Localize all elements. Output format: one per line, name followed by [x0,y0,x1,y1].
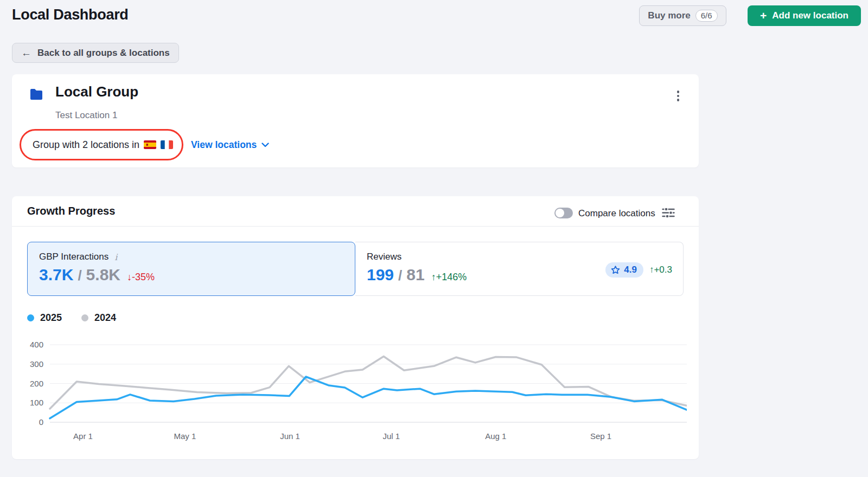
add-new-location-label: Add new location [772,10,848,21]
legend-dot-2025 [27,314,34,321]
svg-text:200: 200 [30,379,43,388]
reviews-tab-label: Reviews [367,252,401,262]
gbp-tab-label: GBP Interactions [39,252,108,262]
legend-item-2024[interactable]: 2024 [81,312,116,324]
reviews-previous-value: 81 [406,266,424,284]
legend-label-2025: 2025 [40,312,62,324]
value-separator: / [398,267,402,284]
view-locations-link[interactable]: View locations [191,136,269,154]
metric-tabs: GBP Interactions i 3.7K / 5.8K ↓-35% Rev… [27,242,684,296]
growth-progress-card: Growth Progress Compare locations GBP In… [12,196,699,459]
reviews-delta-badge: ↑+146% [431,272,467,283]
svg-text:Jul 1: Jul 1 [382,431,400,441]
add-new-location-button[interactable]: + Add new location [748,5,861,26]
locations-annotation-text: Group with 2 locations in [33,139,139,151]
spain-flag-icon [144,140,156,149]
chart-legend: 2025 2024 [27,312,116,324]
growth-line-chart[interactable]: 0100200300400Apr 1May 1Jun 1Jul 1Aug 1Se… [24,333,687,446]
svg-text:0: 0 [39,417,43,427]
plus-icon: + [760,10,767,21]
svg-text:Aug 1: Aug 1 [485,431,506,441]
group-card: Local Group Test Location 1 Group with 2… [12,74,699,167]
tab-reviews[interactable]: Reviews 199 / 81 ↑+146% 4.9 ↑+0.3 [355,242,684,296]
buy-more-quota-badge: 6/6 [695,10,718,22]
france-flag-icon [161,140,173,149]
svg-text:Apr 1: Apr 1 [73,431,93,441]
view-locations-label: View locations [191,139,257,151]
svg-text:100: 100 [30,398,43,407]
svg-text:Sep 1: Sep 1 [590,431,611,441]
svg-text:300: 300 [30,359,43,369]
svg-text:400: 400 [30,340,43,349]
compare-locations-label: Compare locations [578,208,655,219]
gbp-previous-value: 5.8K [86,266,120,284]
gbp-delta-badge: ↓-35% [127,272,155,283]
rating-value: 4.9 [624,265,637,275]
folder-icon [29,88,43,102]
reviews-current-value: 199 [367,266,394,284]
divider [12,226,699,227]
star-icon [611,266,620,274]
value-separator: / [78,267,81,284]
legend-item-2025[interactable]: 2025 [27,312,62,324]
back-arrow-icon: ← [21,48,31,58]
locations-annotation-highlight: Group with 2 locations in [20,129,183,160]
back-to-groups-button[interactable]: ← Back to all groups & locations [12,43,179,63]
buy-more-button[interactable]: Buy more 6/6 [639,5,726,26]
legend-label-2024: 2024 [94,312,116,324]
kebab-menu-icon[interactable] [669,86,687,106]
rating-badge: 4.9 [605,262,643,278]
rating-delta: ↑+0.3 [649,265,672,275]
group-subtitle: Test Location 1 [55,110,117,121]
back-button-label: Back to all groups & locations [37,48,170,59]
info-icon[interactable]: i [114,252,117,262]
svg-text:Jun 1: Jun 1 [280,431,300,441]
legend-dot-2024 [81,314,88,321]
buy-more-label: Buy more [648,10,690,21]
group-title: Local Group [55,83,138,100]
chevron-down-icon [261,143,269,147]
growth-progress-title: Growth Progress [27,205,115,217]
gbp-current-value: 3.7K [39,266,73,284]
sliders-icon[interactable] [662,207,675,221]
page-title: Local Dashboard [12,7,129,23]
svg-text:May 1: May 1 [174,431,196,441]
tab-gbp-interactions[interactable]: GBP Interactions i 3.7K / 5.8K ↓-35% [27,242,355,296]
compare-locations-toggle[interactable] [554,208,573,218]
